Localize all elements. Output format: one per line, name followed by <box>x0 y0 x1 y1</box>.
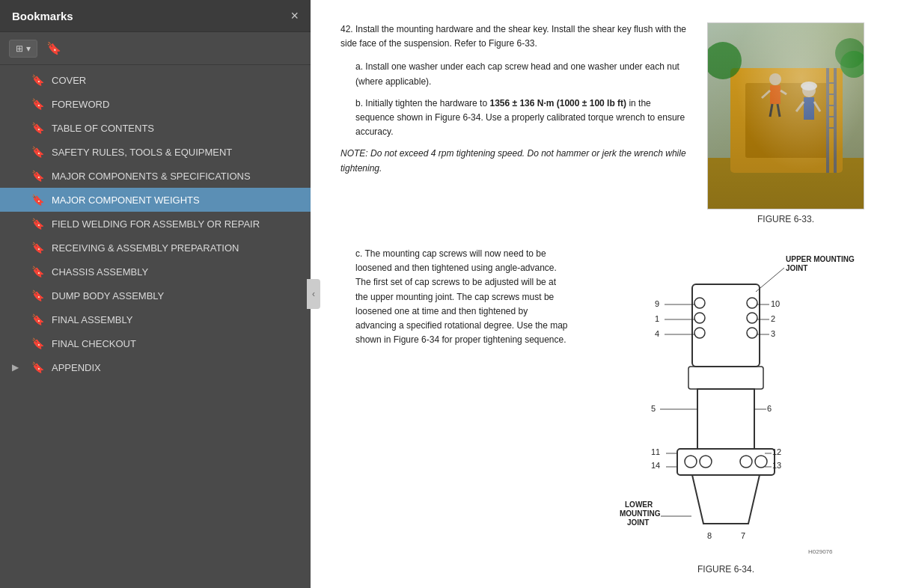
svg-text:13: 13 <box>772 461 781 470</box>
view-options-button[interactable]: ⊞ ▾ <box>9 40 37 58</box>
sidebar-item-label-final-assembly: FINAL ASSEMBLY <box>52 314 132 325</box>
sidebar-item-foreword[interactable]: 🔖FOREWORD <box>0 92 311 116</box>
paragraph-42: 42. Install the mounting hardware and th… <box>340 22 688 51</box>
sidebar-item-label-major-weights: MAJOR COMPONENT WEIGHTS <box>52 195 200 206</box>
svg-text:MOUNTING: MOUNTING <box>620 509 661 518</box>
svg-text:UPPER MOUNTING: UPPER MOUNTING <box>786 255 855 263</box>
bookmark-icon-cover: 🔖 <box>31 74 44 86</box>
sidebar-item-field-welding[interactable]: 🔖FIELD WELDING FOR ASSEMBLY OR REPAIR <box>0 212 311 236</box>
sidebar-item-label-receiving: RECEIVING & ASSEMBLY PREPARATION <box>52 242 239 254</box>
svg-rect-48 <box>697 389 754 449</box>
sidebar-item-chassis[interactable]: 🔖CHASSIS ASSEMBLY <box>0 260 311 284</box>
sidebar-item-label-chassis: CHASSIS ASSEMBLY <box>52 266 148 278</box>
svg-point-30 <box>694 313 705 323</box>
chevron-down-icon: ▾ <box>26 43 31 54</box>
svg-point-29 <box>694 298 705 308</box>
bookmark-add-button[interactable]: 🔖 <box>43 38 64 58</box>
sidebar-item-label-major-components: MAJOR COMPONENTS & SPECIFICATIONS <box>52 171 251 182</box>
svg-rect-47 <box>688 367 763 389</box>
svg-text:9: 9 <box>655 299 659 308</box>
sidebar-header: Bookmarks × <box>0 0 311 32</box>
svg-marker-66 <box>692 475 760 524</box>
bookmark-icon-major-weights: 🔖 <box>31 194 44 206</box>
sub-item-c: c. The mounting cap screws will now need… <box>355 247 569 347</box>
figure-33-label: FIGURE 6-33. <box>757 214 814 224</box>
svg-point-33 <box>747 313 757 323</box>
svg-point-34 <box>747 328 757 338</box>
svg-text:10: 10 <box>771 299 780 308</box>
svg-point-56 <box>740 456 752 468</box>
svg-text:LOWER: LOWER <box>625 500 653 509</box>
svg-rect-28 <box>692 284 760 367</box>
sidebar-item-label-field-welding: FIELD WELDING FOR ASSEMBLY OR REPAIR <box>52 218 260 230</box>
sidebar-item-safety[interactable]: 🔖SAFETY RULES, TOOLS & EQUIPMENT <box>0 140 311 164</box>
svg-text:JOINT: JOINT <box>627 518 649 527</box>
svg-text:JOINT: JOINT <box>786 264 807 272</box>
svg-text:6: 6 <box>767 404 772 413</box>
svg-point-32 <box>747 298 757 308</box>
sub-label-a: a. <box>355 61 365 72</box>
figure-34-svg: UPPER MOUNTING JOINT 9 1 4 <box>584 247 868 561</box>
photo-overlay <box>708 23 864 209</box>
sidebar-item-label-dump-body: DUMP BODY ASSEMBLY <box>52 290 164 301</box>
sidebar-item-label-foreword: FOREWORD <box>52 99 109 110</box>
para-text-42: Install the mounting hardware and the sh… <box>340 24 686 49</box>
bookmark-icon-final-checkout: 🔖 <box>31 337 44 349</box>
svg-text:7: 7 <box>741 531 745 540</box>
sidebar-item-label-safety: SAFETY RULES, TOOLS & EQUIPMENT <box>52 147 232 158</box>
bookmark-list: 🔖COVER🔖FOREWORD🔖TABLE OF CONTENTS🔖SAFETY… <box>0 65 311 588</box>
sidebar-item-label-toc: TABLE OF CONTENTS <box>52 123 154 134</box>
bookmark-icon-receiving: 🔖 <box>31 242 44 254</box>
sidebar-item-major-weights[interactable]: 🔖MAJOR COMPONENT WEIGHTS <box>0 188 311 212</box>
svg-text:H029076: H029076 <box>808 548 833 555</box>
expand-arrow-appendix: ▶ <box>12 362 24 373</box>
sidebar-item-final-assembly[interactable]: 🔖FINAL ASSEMBLY <box>0 307 311 331</box>
sub-item-b: b. Initially tighten the hardware to 135… <box>355 97 688 140</box>
figure-33-column: FIGURE 6-33. <box>703 22 868 224</box>
sidebar-item-label-final-checkout: FINAL CHECKOUT <box>52 338 136 349</box>
sidebar-item-label-cover: COVER <box>52 75 86 86</box>
para-num-42: 42. <box>340 24 355 34</box>
content-section-top: 42. Install the mounting hardware and th… <box>340 22 868 224</box>
sidebar-item-cover[interactable]: 🔖COVER <box>0 68 311 92</box>
svg-text:14: 14 <box>651 461 660 470</box>
svg-point-57 <box>755 456 767 468</box>
text-column-bottom: c. The mounting cap screws will now need… <box>340 247 569 575</box>
sidebar-item-receiving[interactable]: 🔖RECEIVING & ASSEMBLY PREPARATION <box>0 236 311 260</box>
main-content: 42. Install the mounting hardware and th… <box>311 0 898 588</box>
svg-text:1: 1 <box>655 314 659 323</box>
svg-text:3: 3 <box>771 329 775 338</box>
grid-icon: ⊞ <box>16 43 23 54</box>
sidebar-item-major-components[interactable]: 🔖MAJOR COMPONENTS & SPECIFICATIONS <box>0 164 311 188</box>
sidebar-item-toc[interactable]: 🔖TABLE OF CONTENTS <box>0 116 311 140</box>
bookmark-icon-chassis: 🔖 <box>31 266 44 278</box>
bookmark-icon-foreword: 🔖 <box>31 98 44 110</box>
sub-text-b-bold: 1356 ± 136 N·m (1000 ± 100 lb ft) <box>489 98 626 108</box>
bookmark-icon-appendix: 🔖 <box>31 361 44 373</box>
svg-text:11: 11 <box>651 447 660 456</box>
svg-text:5: 5 <box>651 404 656 413</box>
svg-text:4: 4 <box>655 329 659 338</box>
sidebar-title: Bookmarks <box>12 10 73 22</box>
text-column-top: 42. Install the mounting hardware and th… <box>340 22 688 224</box>
figure-34-label: FIGURE 6-34. <box>584 564 868 575</box>
sidebar-toolbar: ⊞ ▾ 🔖 <box>0 32 311 65</box>
sidebar-item-dump-body[interactable]: 🔖DUMP BODY ASSEMBLY <box>0 284 311 307</box>
close-button[interactable]: × <box>290 9 299 22</box>
sub-item-a: a. Install one washer under each cap scr… <box>355 60 688 88</box>
bookmarks-sidebar: Bookmarks × ⊞ ▾ 🔖 🔖COVER🔖FOREWORD🔖TABLE … <box>0 0 311 588</box>
bookmark-icon: 🔖 <box>46 42 61 55</box>
svg-point-55 <box>700 456 712 468</box>
svg-text:8: 8 <box>707 531 712 540</box>
sidebar-item-appendix[interactable]: ▶🔖APPENDIX <box>0 355 311 379</box>
sub-label-b: b. <box>355 98 365 108</box>
figure-34-diagram: UPPER MOUNTING JOINT 9 1 4 <box>584 247 868 575</box>
sidebar-item-final-checkout[interactable]: 🔖FINAL CHECKOUT <box>0 331 311 355</box>
sub-label-c: c. <box>355 248 364 259</box>
bookmark-icon-final-assembly: 🔖 <box>31 313 44 325</box>
bookmark-icon-toc: 🔖 <box>31 122 44 134</box>
sidebar-collapse-handle[interactable]: ‹ <box>307 279 320 309</box>
bookmark-icon-field-welding: 🔖 <box>31 218 44 230</box>
bookmark-icon-safety: 🔖 <box>31 146 44 158</box>
sub-text-b-before: Initially tighten the hardware to <box>365 98 489 108</box>
